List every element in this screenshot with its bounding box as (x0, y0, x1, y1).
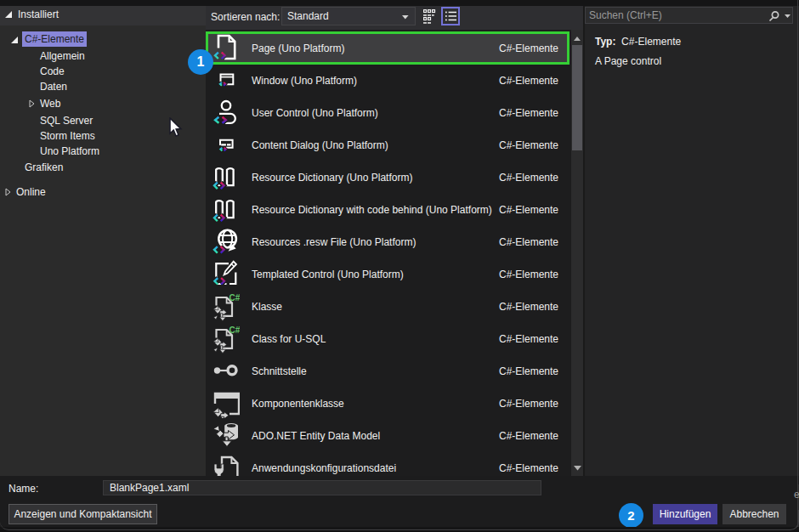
svg-text:C#: C# (230, 325, 241, 335)
svg-text:C#: C# (230, 293, 241, 303)
